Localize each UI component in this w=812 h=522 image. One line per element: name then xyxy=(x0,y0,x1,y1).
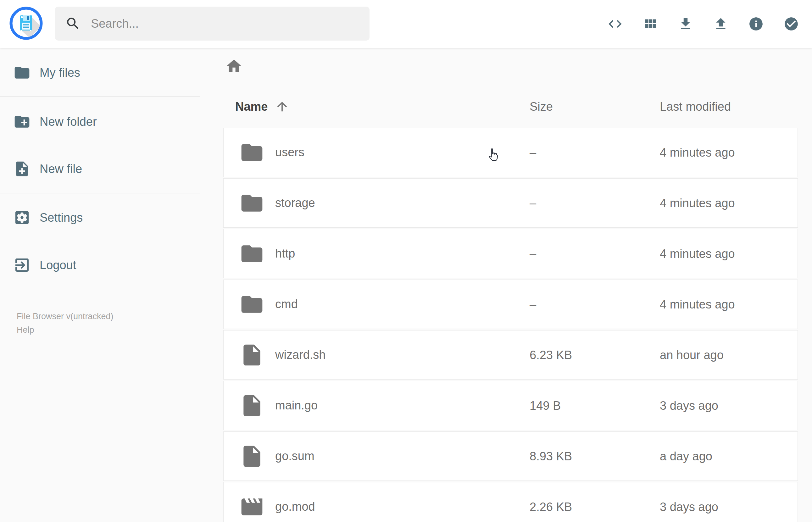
file-modified: 4 minutes ago xyxy=(660,196,735,210)
download-button[interactable] xyxy=(678,16,693,32)
file-listing: users – 4 minutes ago storage – 4 minute… xyxy=(223,128,798,522)
folder-icon xyxy=(239,241,264,266)
table-row[interactable]: cmd – 4 minutes ago xyxy=(223,280,798,329)
file-modified: 3 days ago xyxy=(660,500,718,514)
header-bar xyxy=(0,0,812,48)
table-row[interactable]: wizard.sh 6.23 KB an hour ago xyxy=(223,330,798,380)
logout-icon xyxy=(13,256,31,274)
sidebar-item-settings[interactable]: Settings xyxy=(0,207,200,228)
breadcrumb-divider xyxy=(224,86,800,86)
search-box[interactable] xyxy=(55,6,369,41)
search-icon xyxy=(65,16,81,32)
file-name: storage xyxy=(275,196,315,210)
table-row[interactable]: users – 4 minutes ago xyxy=(223,128,798,177)
search-input[interactable] xyxy=(90,17,349,31)
file-size: 8.93 KB xyxy=(530,449,572,463)
sidebar-item-label: Settings xyxy=(40,211,83,224)
app-logo-floppy-icon[interactable] xyxy=(9,6,43,40)
select-multiple-button[interactable] xyxy=(784,16,799,32)
folder-icon xyxy=(239,292,264,317)
folder-icon xyxy=(239,190,264,216)
sidebar-item-logout[interactable]: Logout xyxy=(0,255,200,275)
table-row[interactable]: storage – 4 minutes ago xyxy=(223,178,798,228)
download-icon xyxy=(678,16,693,32)
file-icon xyxy=(239,342,264,367)
check-circle-icon xyxy=(784,16,799,32)
file-name: wizard.sh xyxy=(275,348,326,362)
file-size: – xyxy=(530,196,536,210)
breadcrumb-home-button[interactable] xyxy=(225,57,243,75)
header-actions xyxy=(607,0,799,48)
file-size: 6.23 KB xyxy=(530,348,572,362)
file-name: go.mod xyxy=(275,500,315,514)
table-row[interactable]: http – 4 minutes ago xyxy=(223,229,798,278)
sidebar-item-label: Logout xyxy=(40,259,76,272)
file-modified: 4 minutes ago xyxy=(660,146,735,159)
file-modified: 4 minutes ago xyxy=(660,247,735,260)
file-icon xyxy=(239,444,264,469)
sidebar-item-label: New folder xyxy=(40,115,97,128)
app-version-text: File Browser v(untracked) xyxy=(17,310,114,323)
file-name: users xyxy=(275,146,304,159)
upload-button[interactable] xyxy=(713,16,729,32)
file-size: – xyxy=(530,146,536,159)
file-name: go.sum xyxy=(275,449,314,463)
sidebar-item-my-files[interactable]: My files xyxy=(0,63,200,83)
sidebar-item-new-file[interactable]: New file xyxy=(0,159,200,179)
sidebar: My files New folder New file Settings xyxy=(0,48,200,522)
list-header: Name Size Last modified xyxy=(0,98,812,115)
grid-view-button[interactable] xyxy=(643,16,658,32)
file-name: http xyxy=(275,247,295,260)
info-icon xyxy=(748,16,764,32)
new-folder-icon xyxy=(13,113,31,130)
file-modified: an hour ago xyxy=(660,348,724,362)
file-modified: 3 days ago xyxy=(660,399,718,412)
code-view-button[interactable] xyxy=(607,16,623,32)
file-name: cmd xyxy=(275,298,298,311)
settings-icon xyxy=(13,209,31,226)
grid-view-icon xyxy=(643,16,658,32)
table-row[interactable]: main.go 149 B 3 days ago xyxy=(223,381,798,430)
file-size: – xyxy=(530,298,536,311)
info-button[interactable] xyxy=(748,16,764,32)
table-row[interactable]: go.mod 2.26 KB 3 days ago xyxy=(223,482,798,522)
sidebar-divider xyxy=(0,96,200,97)
code-icon xyxy=(607,16,623,32)
sidebar-item-label: My files xyxy=(40,66,80,80)
file-size: 149 B xyxy=(530,399,561,412)
file-size: 2.26 KB xyxy=(530,500,572,514)
column-header-size[interactable]: Size xyxy=(530,98,553,115)
sidebar-footer: File Browser v(untracked) Help xyxy=(17,310,114,337)
column-header-name[interactable]: Name xyxy=(235,98,289,115)
file-modified: 4 minutes ago xyxy=(660,298,735,311)
file-browser-app: My files New folder New file Settings xyxy=(0,0,812,522)
table-row[interactable]: go.sum 8.93 KB a day ago xyxy=(223,431,798,481)
folder-icon xyxy=(13,64,31,81)
sidebar-item-label: New file xyxy=(40,162,82,176)
home-icon xyxy=(225,57,243,75)
column-header-modified[interactable]: Last modified xyxy=(660,98,731,115)
sort-ascending-arrow-icon xyxy=(275,99,289,114)
file-size: – xyxy=(530,247,536,260)
movie-icon xyxy=(239,494,264,520)
sidebar-divider xyxy=(0,193,200,194)
upload-icon xyxy=(713,16,729,32)
file-name: main.go xyxy=(275,399,318,412)
folder-icon xyxy=(239,140,264,165)
file-icon xyxy=(239,393,264,418)
file-modified: a day ago xyxy=(660,449,712,463)
help-link[interactable]: Help xyxy=(17,323,114,337)
new-file-icon xyxy=(13,160,31,178)
